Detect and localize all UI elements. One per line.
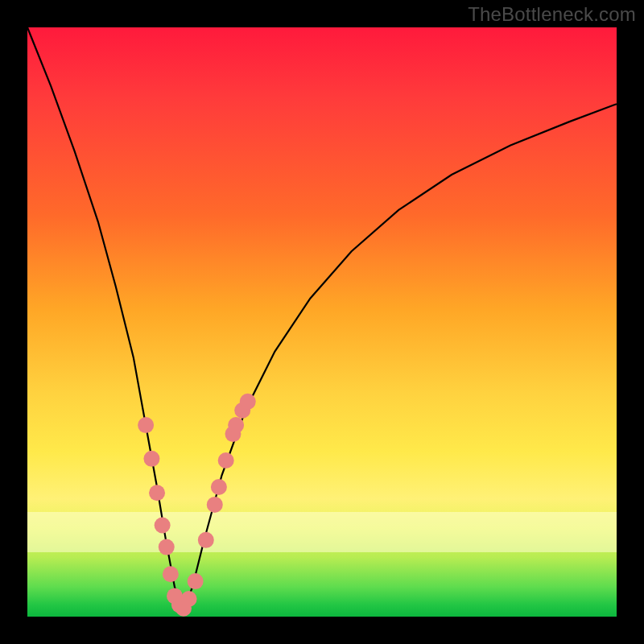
data-marker	[240, 394, 256, 410]
marker-group	[138, 394, 256, 617]
watermark-text: TheBottleneck.com	[468, 3, 636, 26]
data-marker	[155, 518, 171, 534]
data-marker	[218, 452, 234, 469]
data-marker	[207, 497, 223, 513]
plot-area	[27, 27, 617, 617]
outer-frame: TheBottleneck.com	[0, 0, 644, 644]
highlight-band	[27, 512, 617, 552]
bottleneck-curve	[27, 27, 617, 611]
data-marker	[225, 426, 241, 442]
data-marker	[198, 532, 214, 548]
data-marker	[171, 597, 188, 613]
data-marker	[143, 451, 159, 467]
data-marker	[188, 573, 204, 589]
data-marker	[211, 479, 227, 495]
data-marker	[228, 417, 244, 433]
data-marker	[159, 539, 175, 555]
data-marker	[149, 485, 165, 501]
data-marker	[181, 591, 197, 607]
chart-svg	[27, 27, 617, 617]
data-marker	[163, 566, 179, 582]
data-marker	[175, 601, 192, 617]
data-marker	[234, 402, 250, 419]
data-marker	[138, 417, 154, 433]
data-marker	[167, 588, 183, 604]
